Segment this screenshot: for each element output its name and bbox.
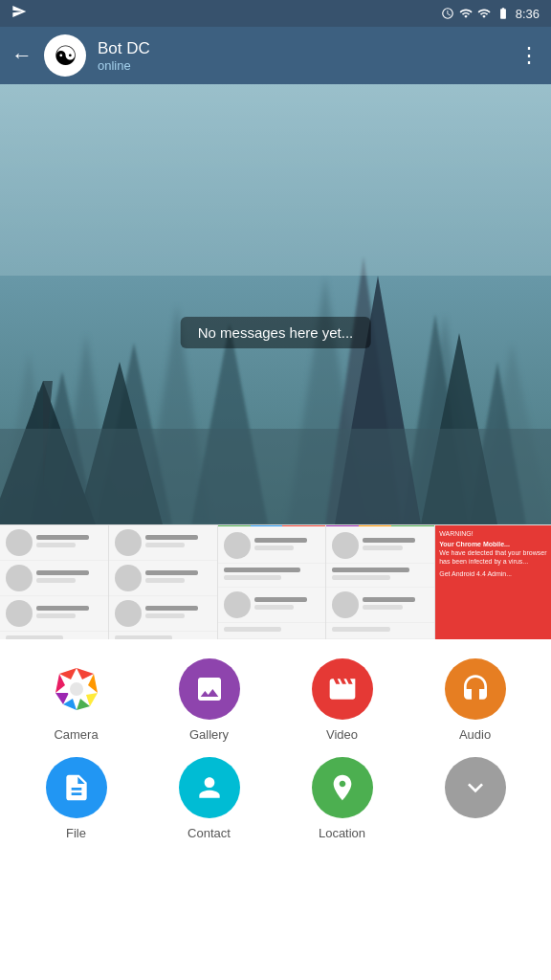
camera-label: Camera	[54, 727, 98, 742]
chat-background: No messages here yet...	[0, 84, 551, 524]
status-bar: 8:36	[0, 0, 551, 27]
file-label: File	[66, 826, 86, 840]
svg-rect-20	[0, 429, 551, 524]
contact-info: Bot DC online	[98, 39, 507, 73]
background-trees	[0, 84, 551, 524]
preview-col-1	[0, 525, 109, 639]
location-button[interactable]: Location	[312, 757, 373, 840]
more-button[interactable]: …	[445, 757, 506, 840]
avatar: ☯	[44, 34, 86, 77]
battery-icon	[496, 7, 511, 20]
wifi-icon	[459, 7, 473, 20]
more-options-button[interactable]: ⋮	[518, 43, 540, 68]
svg-rect-19	[0, 84, 551, 276]
audio-label: Audio	[459, 727, 491, 742]
more-label: …	[469, 826, 481, 840]
preview-col-4	[326, 525, 435, 639]
audio-button[interactable]: Audio	[445, 658, 506, 742]
video-button[interactable]: Video	[312, 658, 373, 742]
alarm-icon	[441, 7, 454, 20]
contact-icon	[179, 757, 240, 818]
no-messages-label: No messages here yet...	[181, 317, 371, 348]
gallery-label: Gallery	[189, 727, 229, 742]
contact-label: Contact	[187, 826, 231, 840]
preview-col-2	[109, 525, 218, 639]
contact-name: Bot DC	[98, 39, 507, 58]
drawer-preview-strip: WARNING! Your Chrome Mobile... We have d…	[0, 524, 551, 639]
location-icon	[312, 757, 373, 818]
preview-col-5: WARNING! Your Chrome Mobile... We have d…	[435, 525, 551, 639]
gallery-button[interactable]: Gallery	[179, 658, 240, 742]
audio-icon	[445, 658, 506, 720]
status-icons: 8:36	[441, 7, 540, 21]
camera-button[interactable]: Camera	[46, 658, 107, 742]
more-icon	[445, 757, 506, 818]
actions-area: Camera Gallery Video Audio	[0, 639, 551, 865]
actions-row-1: Camera Gallery Video Audio	[10, 658, 541, 742]
contact-status: online	[98, 58, 507, 73]
notification-icon	[11, 4, 27, 23]
video-icon	[312, 658, 373, 720]
contact-button[interactable]: Contact	[179, 757, 240, 840]
svg-point-23	[70, 682, 83, 696]
camera-icon	[46, 658, 107, 720]
location-label: Location	[319, 826, 365, 840]
back-button[interactable]: ←	[11, 43, 33, 68]
video-label: Video	[326, 727, 358, 742]
preview-col-3	[218, 525, 327, 639]
file-icon	[46, 757, 107, 818]
file-button[interactable]: File	[46, 757, 107, 840]
signal-icon	[477, 7, 491, 20]
chat-area: No messages here yet...	[0, 84, 551, 524]
chat-header: ← ☯ Bot DC online ⋮	[0, 27, 551, 84]
actions-row-2: File Contact Location …	[10, 757, 541, 840]
status-time: 8:36	[516, 7, 540, 21]
gallery-icon	[179, 658, 240, 720]
